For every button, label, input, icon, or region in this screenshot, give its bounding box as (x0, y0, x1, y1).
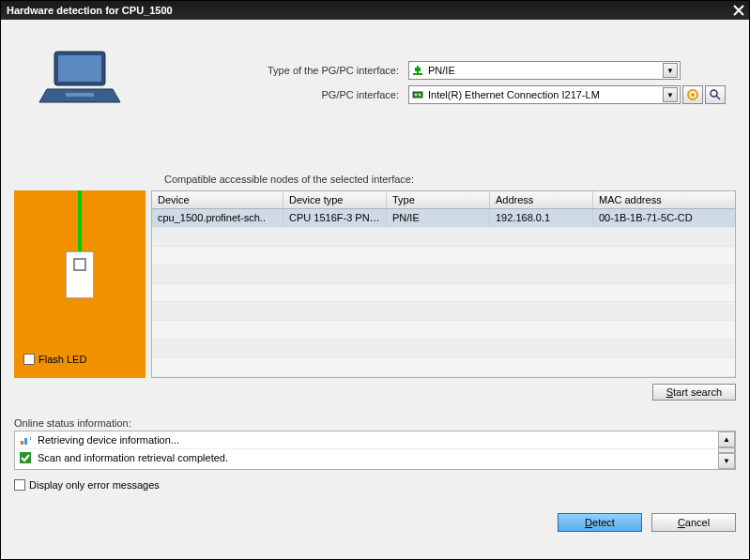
flash-led-label: Flash LED (38, 354, 86, 365)
table-row (152, 247, 735, 265)
pgpc-if-dropdown[interactable]: Intel(R) Ethernet Connection I217-LM ▼ (408, 85, 681, 104)
svg-rect-6 (413, 92, 422, 98)
svg-rect-16 (20, 452, 31, 463)
status-text: Retrieving device information... (38, 434, 179, 446)
svg-rect-1 (58, 55, 101, 82)
display-errors-checkbox[interactable] (14, 479, 25, 491)
pgpc-type-dropdown[interactable]: PN/IE ▼ (408, 61, 681, 80)
diag-icon (686, 88, 699, 101)
chevron-down-icon[interactable]: ▼ (663, 63, 678, 78)
svg-point-11 (711, 90, 717, 97)
th-device-type[interactable]: Device type (283, 191, 387, 208)
table-row (152, 265, 735, 284)
svg-rect-4 (413, 73, 422, 75)
interface-form: Type of the PG/PC interface: PN/IE ▼ PG/… (145, 46, 736, 149)
svg-point-10 (691, 93, 695, 97)
check-icon (19, 451, 32, 464)
cancel-button[interactable]: Cancel (651, 513, 736, 532)
th-address[interactable]: Address (490, 191, 593, 208)
table-row (152, 358, 735, 377)
compatible-nodes-label: Compatible accessible nodes of the selec… (164, 174, 736, 185)
svg-rect-8 (419, 94, 421, 96)
svg-rect-5 (415, 68, 421, 71)
cell-mac: 00-1B-1B-71-5C-CD (593, 209, 735, 226)
status-label: Online status information: (14, 417, 736, 429)
search-if-button[interactable] (705, 85, 726, 104)
scroll-down-button[interactable]: ▼ (718, 453, 735, 469)
pgpc-type-value: PN/IE (428, 65, 663, 76)
svg-rect-13 (21, 441, 23, 445)
th-mac[interactable]: MAC address (593, 191, 735, 208)
mid-section: Flash LED Device Device type Type Addres… (14, 190, 736, 378)
display-errors-label: Display only error messages (29, 479, 160, 491)
chevron-down-icon[interactable]: ▼ (663, 87, 678, 102)
window-title: Hardware detection for CPU_1500 (7, 5, 173, 16)
plc-icon (66, 251, 94, 298)
pg-illustration (14, 46, 145, 149)
status-line-completed: Scan and information retrieval completed… (15, 449, 718, 466)
flash-led-checkbox[interactable] (23, 354, 35, 365)
status-scrollbar[interactable]: ▲ ▼ (718, 431, 735, 469)
th-device[interactable]: Device (152, 191, 283, 208)
svg-text:?: ? (28, 434, 31, 442)
cell-address: 192.168.0.1 (490, 209, 593, 226)
status-line-retrieving: ? Retrieving device information... (15, 431, 718, 449)
cell-type: PN/IE (387, 209, 490, 226)
detect-button[interactable]: Detect (558, 513, 642, 532)
pnie-icon (411, 64, 424, 77)
pgpc-if-value: Intel(R) Ethernet Connection I217-LM (428, 89, 663, 100)
top-section: Type of the PG/PC interface: PN/IE ▼ PG/… (14, 46, 736, 149)
connection-line (78, 190, 82, 251)
table-header-row: Device Device type Type Address MAC addr… (152, 191, 735, 209)
table-row (152, 321, 735, 340)
th-type[interactable]: Type (387, 191, 490, 208)
status-text: Scan and information retrieval completed… (38, 452, 228, 463)
dialog-body: Type of the PG/PC interface: PN/IE ▼ PG/… (1, 20, 749, 559)
titlebar: Hardware detection for CPU_1500 (1, 1, 749, 20)
dialog-footer: Detect Cancel (14, 513, 736, 532)
start-search-button[interactable]: Start search (652, 384, 736, 401)
svg-rect-14 (24, 438, 27, 445)
device-illustration-panel: Flash LED (14, 190, 145, 378)
hardware-detection-dialog: Hardware detection for CPU_1500 Type of … (0, 0, 750, 560)
display-errors-row: Display only error messages (14, 479, 736, 491)
nodes-table: Device Device type Type Address MAC addr… (151, 190, 736, 378)
retrieving-icon: ? (19, 433, 32, 446)
pgpc-type-label: Type of the PG/PC interface: (145, 65, 408, 76)
svg-rect-2 (66, 93, 94, 97)
diag-button[interactable] (682, 85, 703, 104)
table-row (152, 340, 735, 358)
search-icon (709, 88, 722, 101)
svg-line-12 (716, 96, 720, 99)
flash-led-row: Flash LED (23, 354, 86, 365)
pgpc-if-label: PG/PC interface: (145, 89, 408, 100)
table-row (152, 228, 735, 247)
close-button[interactable] (730, 3, 747, 18)
status-box: ? Retrieving device information... Scan … (14, 431, 736, 470)
laptop-icon (38, 46, 122, 112)
table-row[interactable]: cpu_1500.profinet-sch.. CPU 1516F-3 PN/.… (152, 209, 735, 228)
table-row (152, 302, 735, 321)
start-search-label: tart search (673, 386, 722, 398)
svg-rect-7 (415, 94, 417, 96)
cell-device: cpu_1500.profinet-sch.. (152, 209, 283, 226)
nic-icon (411, 88, 424, 101)
table-row (152, 284, 735, 303)
scroll-up-button[interactable]: ▲ (718, 431, 735, 447)
cell-device-type: CPU 1516F-3 PN/... (283, 209, 387, 226)
